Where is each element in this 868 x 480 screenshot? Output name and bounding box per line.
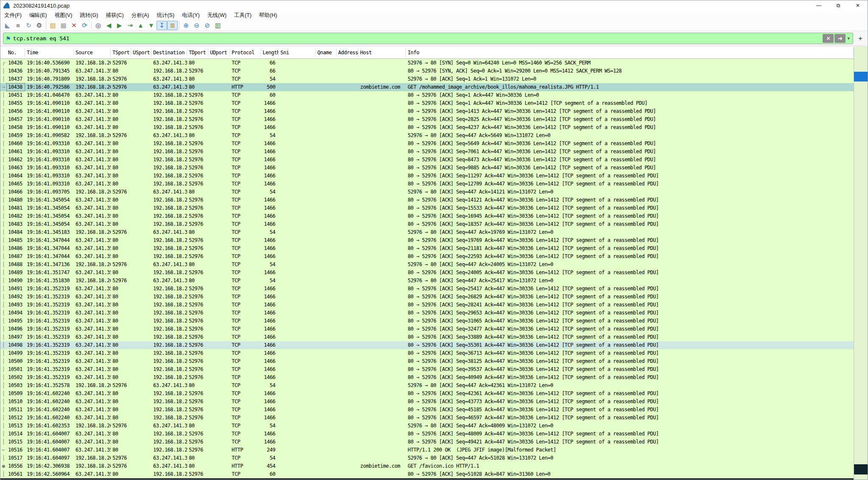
packet-row[interactable]: │ 10459 19:16:41.090582 192.168.18.26 52… <box>0 132 854 140</box>
apply-filter-button[interactable]: ➜ <box>834 34 846 43</box>
column-header[interactable]: Info <box>406 48 854 57</box>
packet-row[interactable]: │ 10515 19:16:41.604007 63.247.141.35 80… <box>0 438 854 446</box>
toolbar-icon[interactable] <box>90 21 93 30</box>
column-header[interactable]: Time <box>25 48 74 57</box>
start-capture-icon[interactable]: ◣ <box>2 21 13 30</box>
packet-row[interactable]: │ 10496 19:16:41.352319 63.247.141.35 80… <box>0 325 854 333</box>
packet-row[interactable]: │ 10480 19:16:41.345054 63.247.141.35 80… <box>0 196 854 204</box>
column-header[interactable]: Sni <box>279 48 316 57</box>
column-header[interactable]: UDport <box>208 48 230 57</box>
zoom-reset-icon[interactable]: ⊘ <box>202 21 213 30</box>
packet-row[interactable]: │ 10497 19:16:41.352319 63.247.141.35 80… <box>0 333 854 341</box>
colorize-icon[interactable]: ≣ <box>167 21 178 30</box>
toolbar-icon[interactable] <box>178 21 181 30</box>
packet-row[interactable]: │ 10466 19:16:41.093705 192.168.18.26 52… <box>0 188 854 196</box>
packet-row[interactable]: │ 10494 19:16:41.352319 63.247.141.35 80… <box>0 309 854 317</box>
menu-item[interactable]: 捕获(C) <box>102 11 127 20</box>
zoom-in-icon[interactable]: ⊕ <box>181 21 191 30</box>
column-header[interactable]: Address <box>336 48 358 57</box>
add-filter-button-plus[interactable]: + <box>856 34 865 43</box>
stop-capture-icon[interactable]: ■ <box>13 21 23 30</box>
packet-row[interactable]: │ 10489 19:16:41.351747 63.247.141.35 80… <box>0 269 854 277</box>
packet-row[interactable]: │ 10492 19:16:41.352319 63.247.141.35 80… <box>0 293 854 301</box>
packet-row[interactable]: │ 10502 19:16:41.352319 63.247.141.35 80… <box>0 373 854 382</box>
packet-row[interactable]: │ 10455 19:16:41.090110 63.247.141.35 80… <box>0 99 854 107</box>
go-to-bottom-icon[interactable]: ▼ <box>146 21 157 30</box>
filter-history-caret-icon[interactable]: ▾ <box>846 36 851 41</box>
packet-row[interactable]: ● 10556 19:16:42.306938 192.168.18.26 52… <box>0 462 854 470</box>
column-header[interactable]: Protocol <box>230 48 261 57</box>
packet-row[interactable]: │ 10491 19:16:41.352319 63.247.141.35 80… <box>0 285 854 293</box>
close-file-icon[interactable]: ✕ <box>69 21 79 30</box>
column-header[interactable]: TDport <box>187 48 208 57</box>
packet-row[interactable]: │ 10501 19:16:41.352319 63.247.141.35 80… <box>0 365 854 373</box>
bookmark-icon[interactable]: ⚑ <box>5 35 13 42</box>
menu-item[interactable]: 电话(Y) <box>178 11 204 20</box>
packet-row[interactable]: │ 10458 19:16:41.090110 63.247.141.35 80… <box>0 124 854 132</box>
packet-row[interactable]: │ 10490 19:16:41.351830 192.168.18.26 52… <box>0 277 854 285</box>
packet-row[interactable]: │ 10495 19:16:41.352319 63.247.141.35 80… <box>0 317 854 325</box>
packet-row[interactable]: │ 10562 19:16:42.561581 63.247.141.35 80… <box>0 478 854 480</box>
packet-row[interactable]: │ 10481 19:16:41.345054 63.247.141.35 80… <box>0 204 854 212</box>
display-filter-input[interactable] <box>13 35 822 42</box>
packet-row[interactable]: │ 10499 19:16:41.352319 63.247.141.35 80… <box>0 349 854 357</box>
minimize-button[interactable]: — <box>809 0 829 11</box>
packet-row[interactable]: │ 10463 19:16:41.093310 63.247.141.35 80… <box>0 164 854 172</box>
resize-columns-icon[interactable]: ▥ <box>213 21 223 30</box>
packet-row[interactable]: │ 10485 19:16:41.347044 63.247.141.35 80… <box>0 236 854 244</box>
column-header[interactable]: No. <box>6 48 25 57</box>
packet-row[interactable]: │ 10512 19:16:41.602240 63.247.141.35 80… <box>0 414 854 422</box>
packet-row[interactable]: │ 10464 19:16:41.093310 63.247.141.35 80… <box>0 172 854 180</box>
go-forward-icon[interactable]: ▶ <box>114 21 125 30</box>
packet-row[interactable]: │ 10514 19:16:41.604007 63.247.141.35 80… <box>0 430 854 438</box>
menu-item[interactable]: 视图(V) <box>51 11 76 20</box>
packet-row[interactable]: │ 10487 19:16:41.347044 63.247.141.35 80… <box>0 253 854 261</box>
column-header[interactable]: Length <box>261 48 279 57</box>
packet-row[interactable]: → 10438 19:16:40.792586 192.168.18.26 52… <box>0 83 854 91</box>
column-header[interactable]: USport <box>131 48 151 57</box>
packet-row[interactable]: │ 10465 19:16:41.093310 63.247.141.35 80… <box>0 180 854 188</box>
packet-row[interactable]: │ 10437 19:16:40.791809 192.168.18.26 52… <box>0 75 854 83</box>
column-header[interactable]: TSport <box>111 48 131 57</box>
capture-options-icon[interactable]: ⚙ <box>34 21 45 30</box>
packet-list-scrollbar[interactable] <box>854 47 868 480</box>
packet-row[interactable]: │ 10513 19:16:41.602353 192.168.18.26 52… <box>0 422 854 430</box>
auto-scroll-icon[interactable]: ↧ <box>157 21 167 30</box>
packet-row[interactable]: │ 10493 19:16:41.352319 63.247.141.35 80… <box>0 301 854 309</box>
menu-item[interactable]: 文件(F) <box>0 11 25 20</box>
menu-item[interactable]: 工具(T) <box>230 11 255 20</box>
packet-row[interactable]: │ 10460 19:16:41.093310 63.247.141.35 80… <box>0 140 854 148</box>
go-back-icon[interactable]: ◀ <box>104 21 114 30</box>
menu-item[interactable]: 跳转(G) <box>76 11 102 20</box>
packet-row[interactable]: │ 10461 19:16:41.093310 63.247.141.35 80… <box>0 148 854 156</box>
packet-row[interactable]: │ 10462 19:16:41.093310 63.247.141.35 80… <box>0 156 854 164</box>
close-button[interactable]: ✕ <box>848 0 868 11</box>
zoom-out-icon[interactable]: ⊖ <box>191 21 202 30</box>
restart-capture-icon[interactable]: ↻ <box>23 21 34 30</box>
menu-item[interactable]: 统计(S) <box>153 11 178 20</box>
packet-row[interactable]: │ 10451 19:16:41.046470 63.247.141.35 80… <box>0 91 854 99</box>
display-filter-field[interactable]: ⚑ ✕ ➜ ▾ <box>3 33 853 44</box>
menu-item[interactable]: 帮助(H) <box>255 11 281 20</box>
restore-button[interactable]: ⧉ <box>829 0 848 11</box>
clear-filter-button[interactable]: ✕ <box>823 34 834 43</box>
menu-item[interactable]: 无线(W) <box>204 11 230 20</box>
packet-row[interactable]: │ 10510 19:16:41.602240 63.247.141.35 80… <box>0 398 854 406</box>
menu-item[interactable]: 分析(A) <box>128 11 153 20</box>
packet-row[interactable]: │ 10484 19:16:41.345183 192.168.18.26 52… <box>0 228 854 236</box>
find-packet-icon[interactable]: ◎ <box>93 21 104 30</box>
packet-row[interactable]: │ 10456 19:16:41.090110 63.247.141.35 80… <box>0 107 854 115</box>
packet-row[interactable]: │ 10457 19:16:41.090110 63.247.141.35 80… <box>0 115 854 124</box>
toolbar-icon[interactable] <box>45 21 48 30</box>
packet-row[interactable]: │ 10503 19:16:41.352578 192.168.18.26 52… <box>0 382 854 390</box>
packet-row[interactable]: │ 10486 19:16:41.347044 63.247.141.35 80… <box>0 244 854 253</box>
column-header[interactable]: Host <box>358 48 406 57</box>
reload-file-icon[interactable]: ⟳ <box>79 21 90 30</box>
packet-row[interactable]: │ 10498 19:16:41.352319 63.247.141.35 80… <box>0 341 854 349</box>
packet-row[interactable]: │ 10482 19:16:41.345054 63.247.141.35 80… <box>0 212 854 220</box>
packet-row[interactable]: │ 10517 19:16:41.604097 192.168.18.26 52… <box>0 454 854 462</box>
packet-row[interactable]: │ 10511 19:16:41.602240 63.247.141.35 80… <box>0 406 854 414</box>
packet-row[interactable]: │ 10483 19:16:41.345054 63.247.141.35 80… <box>0 220 854 228</box>
go-to-top-icon[interactable]: ▲ <box>135 21 146 30</box>
go-to-packet-icon[interactable]: ⇥ <box>125 21 135 30</box>
